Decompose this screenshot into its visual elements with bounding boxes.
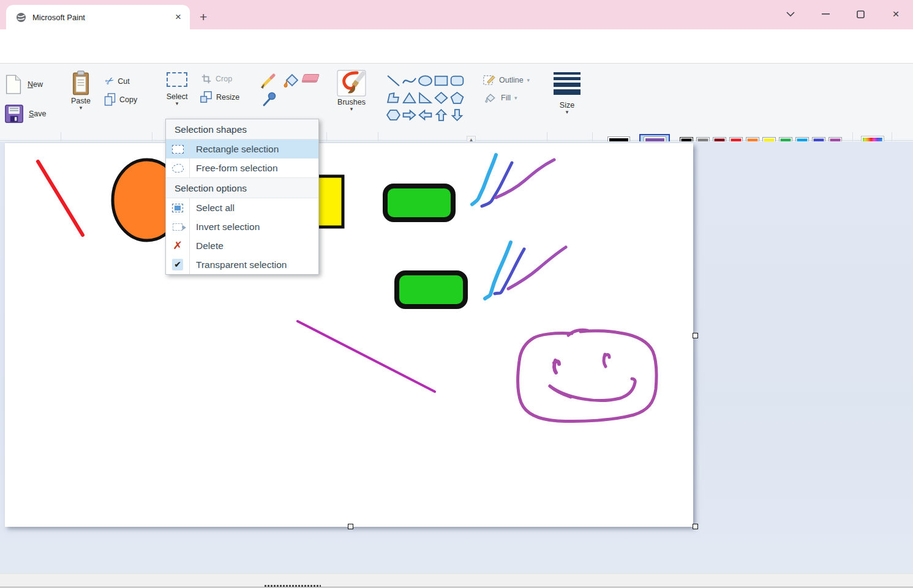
cut-label: Cut: [118, 77, 129, 86]
copy-pages-icon: [104, 93, 116, 106]
crop-icon: [201, 73, 212, 84]
cut-button[interactable]: ✂ Cut: [105, 75, 130, 87]
menu-item-freeform-selection[interactable]: Free-form selection: [166, 158, 318, 177]
select-icon: [167, 72, 187, 87]
shape-arrow-right[interactable]: [402, 108, 417, 122]
browser-toolbar: ← → ↻ ⌂ Plik | C:/Projects/Khakhulin.com…: [0, 29, 913, 64]
brushes-dropdown-arrow: ▾: [350, 106, 353, 111]
eyedropper-tool[interactable]: [261, 91, 278, 110]
shape-ellipse[interactable]: [418, 73, 433, 88]
shape-line[interactable]: [386, 73, 401, 88]
save-label: Save: [29, 110, 47, 118]
minimize-button[interactable]: [816, 6, 835, 22]
outline-dropdown-arrow: ▾: [527, 78, 530, 83]
canvas-resize-handle-corner[interactable]: [693, 524, 698, 529]
maximize-button[interactable]: [851, 6, 870, 22]
shape-polygon[interactable]: [386, 91, 401, 105]
size-button[interactable]: Size ▾: [551, 72, 583, 114]
outline-label: Outline: [499, 76, 524, 84]
canvas-drawing: [5, 143, 693, 527]
size-icon: [554, 72, 580, 95]
tab-title: Microsoft Paint: [32, 13, 173, 22]
drawing-green-rounded-rect-2: [397, 273, 465, 307]
shape-hexagon[interactable]: [386, 108, 401, 122]
shape-arrow-up[interactable]: [434, 108, 449, 122]
cut-scissors-icon: ✂: [103, 73, 117, 89]
select-label: Select: [167, 92, 188, 101]
menu-item-label: Invert selection: [190, 221, 260, 233]
new-label: New: [28, 80, 43, 89]
menu-item-transparent-selection[interactable]: ✔ Transparent selection: [166, 255, 318, 274]
eraser-tool[interactable]: [302, 74, 318, 85]
paste-dropdown-arrow: ▾: [80, 105, 83, 110]
canvas-resize-handle-right[interactable]: [693, 333, 698, 338]
resize-label: Resize: [216, 93, 239, 102]
freeform-selection-icon: [172, 164, 184, 173]
drawing-squiggles-bottom: [485, 242, 566, 299]
canvas-resize-handle-bottom[interactable]: [348, 524, 353, 529]
fill-button[interactable]: Fill ▾: [484, 92, 517, 104]
shape-rounded-rectangle[interactable]: [449, 73, 465, 88]
shape-curve[interactable]: [402, 73, 417, 88]
new-button[interactable]: New: [5, 72, 58, 97]
fill-style-icon: [484, 92, 497, 104]
brushes-button[interactable]: Brushes ▾: [331, 70, 372, 111]
drawing-squiggles-top: [472, 155, 554, 206]
shape-arrow-left[interactable]: [418, 108, 433, 122]
menu-item-invert-selection[interactable]: Invert selection: [166, 217, 318, 236]
outline-icon: [483, 73, 495, 86]
drawing-smiley-face: [518, 330, 656, 421]
menu-header-selection-shapes: Selection shapes: [166, 119, 318, 140]
browser-tab[interactable]: Microsoft Paint ×: [6, 5, 190, 29]
window-close-button[interactable]: ×: [887, 6, 905, 22]
tab-close-icon[interactable]: ×: [173, 11, 184, 23]
browser-titlebar: Microsoft Paint × + ×: [0, 0, 913, 29]
paste-label: Paste: [71, 97, 91, 105]
checkmark-icon: ✔: [172, 259, 183, 270]
menu-item-delete[interactable]: ✗ Delete: [166, 236, 318, 255]
resize-button[interactable]: Resize: [200, 91, 239, 103]
menu-item-label: Rectangle selection: [190, 144, 279, 155]
select-dropdown-arrow: ▾: [176, 101, 179, 106]
paste-button[interactable]: Paste ▾: [65, 70, 97, 110]
delete-icon: ✗: [173, 239, 182, 252]
fill-bucket-icon: [282, 72, 300, 89]
menu-item-label: Select all: [190, 203, 235, 214]
new-tab-button[interactable]: +: [200, 11, 207, 23]
resize-icon: [200, 91, 212, 103]
fill-dropdown-arrow: ▾: [514, 95, 517, 100]
save-floppy-icon: [5, 105, 23, 123]
size-label: Size: [560, 101, 574, 110]
rectangle-selection-icon: [172, 145, 184, 154]
select-button[interactable]: Select ▾: [162, 72, 192, 106]
size-dropdown-arrow: ▾: [566, 110, 569, 114]
tab-search-chevron-icon[interactable]: [781, 6, 800, 22]
outline-button[interactable]: Outline ▾: [483, 73, 530, 86]
brushes-label: Brushes: [337, 98, 366, 106]
brushes-icon: [337, 70, 366, 97]
fill-label: Fill: [501, 94, 511, 102]
shape-rectangle[interactable]: [434, 73, 449, 88]
shape-arrow-down[interactable]: [449, 108, 465, 122]
menu-item-label: Transparent selection: [190, 259, 287, 270]
shape-triangle[interactable]: [402, 91, 417, 105]
fill-tool[interactable]: [282, 72, 300, 92]
save-button[interactable]: Save: [5, 102, 58, 126]
shape-right-triangle[interactable]: [418, 91, 433, 105]
drawing-red-line: [38, 162, 83, 235]
crop-button[interactable]: Crop: [201, 73, 232, 84]
shape-diamond[interactable]: [434, 91, 449, 105]
copy-label: Copy: [119, 95, 137, 104]
menu-item-rectangle-selection[interactable]: Rectangle selection: [166, 140, 318, 158]
copy-button[interactable]: Copy: [104, 93, 137, 106]
pencil-tool[interactable]: [260, 72, 277, 92]
crop-label: Crop: [216, 75, 232, 83]
drawing-green-rounded-rect-1: [385, 186, 453, 220]
select-all-icon: [172, 204, 183, 212]
select-dropdown-menu: Selection shapes Rectangle selection Fre…: [165, 119, 319, 275]
paste-clipboard-icon: [72, 70, 90, 97]
new-document-icon: [5, 74, 22, 95]
shapes-grid: [385, 72, 468, 127]
menu-item-select-all[interactable]: Select all: [166, 198, 318, 217]
shape-pentagon[interactable]: [449, 91, 465, 105]
